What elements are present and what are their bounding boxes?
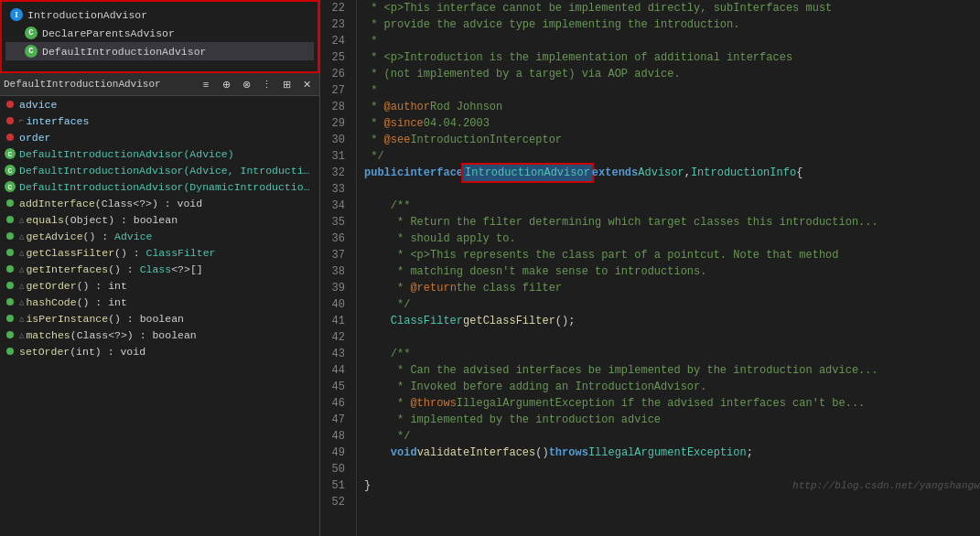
member-label: getInterfaces() : Class<?>[]	[26, 263, 202, 275]
code-line-33	[364, 181, 980, 198]
code-line-39: * @return the class filter	[364, 280, 980, 296]
line-num: 36	[328, 230, 349, 247]
line-num: 37	[328, 247, 349, 263]
line-num: 27	[328, 82, 349, 99]
member-label: equals(Object) : boolean	[26, 214, 178, 226]
code-line-25: * <p>Introduction is the implementation …	[364, 49, 980, 66]
member-label: interfaces	[26, 115, 89, 127]
method-icon	[4, 213, 16, 226]
member-interfaces[interactable]: ⌐ interfaces	[0, 113, 319, 129]
member-label: addInterface(Class<?>) : void	[19, 198, 202, 209]
code-line-46: * @throws IllegalArgumentException if th…	[364, 395, 980, 412]
code-line-42	[364, 329, 980, 346]
code-line-32: public interface IntroductionAdvisor ext…	[364, 165, 980, 181]
line-num: 28	[328, 99, 349, 115]
method-icon	[4, 246, 16, 259]
code-line-24: *	[364, 33, 980, 49]
code-line-40: */	[364, 296, 980, 313]
member-setorder[interactable]: setOrder(int) : void	[0, 343, 319, 359]
tree-label: DeclareParentsAdvisor	[42, 27, 175, 39]
left-panel: I IntroductionAdvisor C DeclareParentsAd…	[0, 0, 320, 536]
tree-item-declare-parents[interactable]: C DeclareParentsAdvisor	[5, 24, 314, 42]
line-num: 46	[328, 395, 349, 412]
code-line-34: /**	[364, 198, 980, 214]
member-label: DefaultIntroductionAdvisor(Advice)	[19, 148, 234, 160]
member-ctor3[interactable]: C DefaultIntroductionAdvisor(DynamicIntr…	[0, 178, 319, 195]
code-line-50	[364, 461, 980, 477]
code-line-43: /**	[364, 346, 980, 362]
member-label: matches(Class<?>) : boolean	[26, 329, 196, 341]
class-icon: C	[24, 26, 38, 40]
code-line-45: * Invoked before adding an IntroductionA…	[364, 379, 980, 395]
member-label: order	[19, 132, 51, 144]
code-line-41: ClassFilter getClassFilter();	[364, 313, 980, 329]
constructor-icon: C	[4, 164, 16, 177]
line-num: 34	[328, 198, 349, 214]
code-line-47: * implemented by the introduction advice	[364, 412, 980, 428]
member-hashcode[interactable]: △ hashCode() : int	[0, 294, 319, 310]
constructor-icon: C	[4, 180, 16, 193]
member-label: getOrder() : int	[26, 280, 126, 292]
method-icon	[4, 328, 16, 341]
member-ctor2[interactable]: C DefaultIntroductionAdvisor(Advice, Int…	[0, 162, 319, 178]
method-icon	[4, 345, 16, 358]
override-icon: △	[19, 314, 24, 324]
tree-item-default-intro[interactable]: C DefaultIntroductionAdvisor	[5, 42, 314, 60]
member-getorder[interactable]: △ getOrder() : int	[0, 277, 319, 294]
member-label: getAdvice() : Advice	[26, 230, 152, 242]
override-icon: △	[19, 215, 24, 225]
toolbar-btn-4[interactable]: ⋮	[257, 75, 275, 93]
toolbar-btn-3[interactable]: ⊗	[237, 75, 255, 93]
member-isperinstance[interactable]: △ isPerInstance() : boolean	[0, 310, 319, 327]
interface-icon: I	[9, 7, 24, 22]
code-line-38: * matching doesn't make sense to introdu…	[364, 263, 980, 280]
member-addinterface[interactable]: addInterface(Class<?>) : void	[0, 195, 319, 211]
code-lines[interactable]: * <p>This interface cannot be implemente…	[357, 0, 980, 536]
override-icon: △	[19, 330, 24, 340]
modifier-corner: ⌐	[19, 116, 24, 125]
line-num: 49	[328, 445, 349, 461]
line-num: 40	[328, 296, 349, 313]
toolbar-btn-2[interactable]: ⊕	[217, 75, 235, 93]
line-num: 24	[328, 33, 349, 49]
tree-item-introduction-advisor[interactable]: I IntroductionAdvisor	[5, 5, 314, 24]
line-num: 42	[328, 329, 349, 346]
override-icon: △	[19, 231, 24, 241]
code-content[interactable]: 22 23 24 25 26 27 28 29 30 31 32 33 34 3…	[320, 0, 980, 536]
member-matches[interactable]: △ matches(Class<?>) : boolean	[0, 327, 319, 343]
member-getadvice[interactable]: △ getAdvice() : Advice	[0, 228, 319, 244]
member-getclassfilter[interactable]: △ getClassFilter() : ClassFilter	[0, 244, 319, 261]
line-num: 47	[328, 412, 349, 428]
override-icon: △	[19, 297, 24, 307]
method-icon	[4, 295, 16, 308]
code-line-35: * Return the filter determining which ta…	[364, 214, 980, 230]
line-num: 35	[328, 214, 349, 230]
toolbar-btn-5[interactable]: ⊞	[277, 75, 296, 93]
code-line-49: void validateInterfaces() throws Illegal…	[364, 445, 980, 461]
member-order[interactable]: order	[0, 129, 319, 145]
line-num: 26	[328, 66, 349, 82]
member-getinterfaces[interactable]: △ getInterfaces() : Class<?>[]	[0, 261, 319, 277]
code-line-37: * <p>This represents the class part of a…	[364, 247, 980, 263]
member-ctor1[interactable]: C DefaultIntroductionAdvisor(Advice)	[0, 145, 319, 162]
line-num: 45	[328, 379, 349, 395]
member-label: DefaultIntroductionAdvisor(Advice, Intro…	[19, 165, 316, 177]
toolbar-btn-6[interactable]: ✕	[297, 75, 316, 93]
watermark-text: http://blog.csdn.net/yangshangwei	[792, 477, 980, 494]
class-icon: C	[24, 44, 38, 59]
toolbar-btn-1[interactable]: ≡	[197, 75, 215, 93]
member-label: advice	[19, 99, 57, 111]
method-icon	[4, 312, 16, 325]
code-line-51: } http://blog.csdn.net/yangshangwei	[364, 477, 980, 494]
member-list: advice ⌐ interfaces order C DefaultIntro…	[0, 96, 319, 536]
line-num: 22	[328, 0, 349, 16]
line-num: 39	[328, 280, 349, 296]
member-equals[interactable]: △ equals(Object) : boolean	[0, 211, 319, 228]
code-line-29: * @since 04.04.2003	[364, 115, 980, 132]
line-num: 23	[328, 16, 349, 33]
member-panel-title: DefaultIntroductionAdvisor	[4, 79, 195, 90]
member-label: getClassFilter() : ClassFilter	[26, 247, 215, 259]
member-advice[interactable]: advice	[0, 96, 319, 113]
line-num: 32	[328, 165, 349, 181]
line-num: 52	[328, 494, 349, 510]
